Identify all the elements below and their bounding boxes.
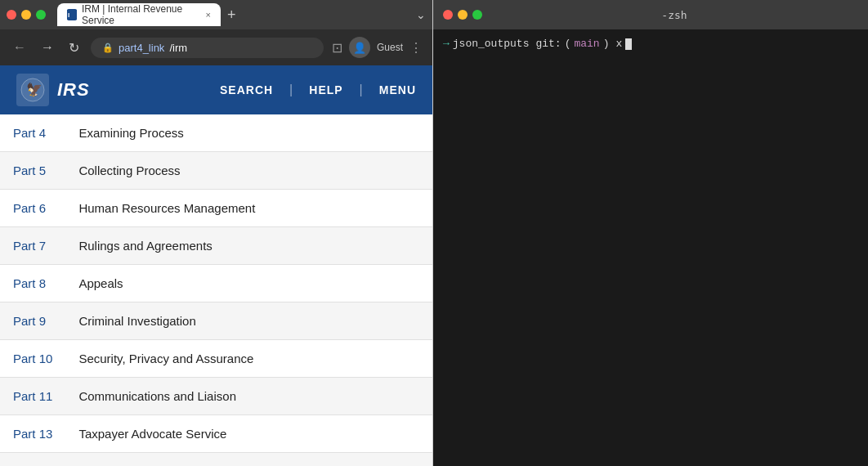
terminal-prompt: → json_outputs git:(main) x [443, 36, 858, 52]
terminal-minimize-btn[interactable] [458, 10, 468, 20]
terminal-body[interactable]: → json_outputs git:(main) x [433, 29, 868, 466]
table-row: Part 8 Appeals [0, 265, 432, 302]
part6-link[interactable]: Part 6 [13, 201, 46, 215]
terminal-title-bar: -zsh [433, 0, 868, 29]
tab-title: IRM | Internal Revenue Service [82, 3, 198, 26]
active-tab[interactable]: I IRM | Internal Revenue Service × [57, 3, 221, 26]
part10-desc: Security, Privacy and Assurance [65, 340, 432, 378]
menu-btn[interactable]: ⋮ [409, 40, 423, 56]
irs-content: Part 4 Examining Process Part 5 Collecti… [0, 114, 432, 466]
table-row: Part 4 Examining Process [0, 114, 432, 152]
back-btn[interactable]: ← [10, 38, 29, 56]
nav-divider-1: | [289, 83, 293, 97]
irs-navigation: SEARCH | HELP | MENU [220, 83, 416, 97]
part9-link[interactable]: Part 9 [13, 314, 46, 328]
tab-bar: I IRM | Internal Revenue Service × + ⌄ [0, 0, 432, 29]
part20-desc: Penalty and Interest [65, 453, 432, 467]
forward-btn[interactable]: → [38, 38, 57, 56]
irs-logo: 🦅 IRS [16, 74, 90, 106]
part10-link[interactable]: Part 10 [13, 352, 52, 365]
irs-website: 🦅 IRS SEARCH | HELP | MENU Part 4 Examin… [0, 65, 432, 466]
profile-btn[interactable]: 👤 [349, 37, 370, 58]
address-bar: ← → ↻ 🔒 part4_link/irm ⊡ 👤 Guest ⋮ [0, 29, 432, 65]
tab-favicon: I [67, 9, 77, 20]
prompt-branch: main [574, 36, 599, 52]
terminal-panel: -zsh → json_outputs git:(main) x [433, 0, 868, 466]
part8-link[interactable]: Part 8 [13, 276, 46, 290]
prompt-git-label: git: [535, 36, 561, 52]
tab-close-btn[interactable]: × [206, 10, 211, 20]
window-minimize-btn[interactable] [21, 10, 31, 20]
part7-desc: Rulings and Agreements [65, 227, 432, 265]
part11-desc: Communications and Liaison [65, 378, 432, 415]
window-maximize-btn[interactable] [36, 10, 46, 20]
extensions-btn[interactable]: ⊡ [332, 40, 342, 56]
url-bar[interactable]: 🔒 part4_link/irm [91, 38, 324, 58]
part4-desc: Examining Process [65, 114, 432, 152]
terminal-title-text: -zsh [490, 9, 858, 21]
window-controls [7, 10, 46, 20]
prompt-arrow: → [443, 36, 450, 52]
browser-actions: ⊡ 👤 Guest ⋮ [332, 37, 423, 58]
url-path: /irm [169, 42, 187, 54]
part8-desc: Appeals [65, 265, 432, 302]
prompt-git-paren-open: ( [565, 36, 571, 52]
url-domain: part4_link [119, 42, 164, 54]
nav-divider-2: | [360, 83, 363, 97]
prompt-git-paren-close: ) [603, 36, 610, 52]
table-row: Part 9 Criminal Investigation [0, 302, 432, 340]
svg-text:I: I [68, 11, 69, 19]
help-nav-btn[interactable]: HELP [309, 83, 342, 96]
lock-icon: 🔒 [102, 43, 114, 53]
profile-label: Guest [377, 42, 403, 53]
part6-desc: Human Resources Management [65, 190, 432, 227]
table-row: Part 10 Security, Privacy and Assurance [0, 340, 432, 378]
prompt-command: json_outputs [453, 36, 530, 52]
part11-link[interactable]: Part 11 [13, 389, 52, 403]
prompt-x: x [616, 36, 623, 52]
new-tab-btn[interactable]: + [227, 7, 236, 24]
part4-link[interactable]: Part 4 [13, 126, 46, 140]
part7-link[interactable]: Part 7 [13, 239, 46, 253]
irs-eagle-icon: 🦅 [16, 74, 49, 106]
table-row: Part 5 Collecting Process [0, 152, 432, 190]
window-close-btn[interactable] [7, 10, 16, 20]
table-row: Part 11 Communications and Liaison [0, 378, 432, 415]
irs-logo-text: IRS [57, 79, 90, 101]
browser-chrome: I IRM | Internal Revenue Service × + ⌄ ←… [0, 0, 432, 65]
part9-desc: Criminal Investigation [65, 302, 432, 340]
table-row: Part 13 Taxpayer Advocate Service [0, 415, 432, 453]
menu-nav-btn[interactable]: MENU [379, 83, 416, 96]
browser-panel: I IRM | Internal Revenue Service × + ⌄ ←… [0, 0, 433, 466]
irs-header: 🦅 IRS SEARCH | HELP | MENU [0, 65, 432, 114]
search-nav-btn[interactable]: SEARCH [220, 83, 273, 96]
refresh-btn[interactable]: ↻ [65, 38, 83, 57]
part5-link[interactable]: Part 5 [13, 164, 46, 177]
table-row: Part 6 Human Resources Management [0, 190, 432, 227]
part13-desc: Taxpayer Advocate Service [65, 415, 432, 453]
table-row: Part 7 Rulings and Agreements [0, 227, 432, 265]
parts-table: Part 4 Examining Process Part 5 Collecti… [0, 114, 432, 466]
terminal-cursor [625, 38, 632, 50]
terminal-window-controls [443, 10, 482, 20]
svg-text:🦅: 🦅 [26, 82, 43, 97]
part5-desc: Collecting Process [65, 152, 432, 190]
profile-icon: 👤 [353, 42, 366, 54]
table-row: Part 20 Penalty and Interest [0, 453, 432, 467]
terminal-close-btn[interactable] [443, 10, 453, 20]
terminal-maximize-btn[interactable] [472, 10, 482, 20]
part13-link[interactable]: Part 13 [13, 427, 52, 441]
tab-menu-btn[interactable]: ⌄ [416, 8, 426, 21]
